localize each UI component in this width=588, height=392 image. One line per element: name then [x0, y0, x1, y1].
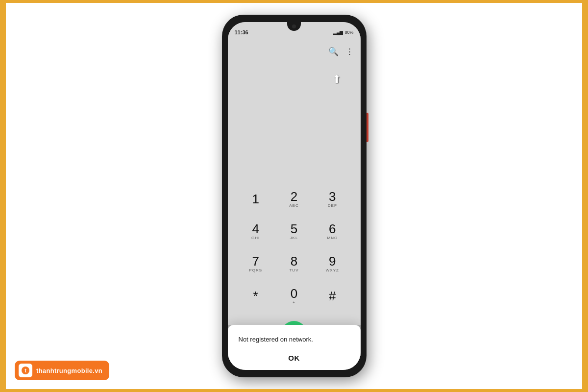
- dial-key-8[interactable]: 8TUV: [276, 248, 312, 279]
- dial-number: 5: [291, 222, 297, 235]
- dialpad-grid: 12ABC3DEF4GHI5JKL6MNO7PQRS8TUV9WXYZ*0+#: [238, 184, 351, 311]
- dialog-message: Not registered on network.: [238, 336, 351, 343]
- app-header: 🔍 ⋮: [228, 40, 361, 63]
- more-menu-icon[interactable]: ⋮: [345, 47, 354, 57]
- dial-letters: GHI: [251, 236, 260, 240]
- mouse-cursor: ⬆: [332, 73, 341, 86]
- dial-number: 6: [329, 222, 336, 235]
- cursor-area: ⬆: [228, 63, 361, 179]
- status-time: 11:36: [235, 29, 248, 35]
- dial-key-9[interactable]: 9WXYZ: [314, 248, 350, 279]
- dial-number: #: [329, 290, 336, 302]
- battery-icon: 80%: [344, 30, 353, 35]
- dial-letters: JKL: [290, 236, 298, 240]
- dial-number: 0: [291, 287, 297, 300]
- dial-number: 4: [252, 222, 259, 235]
- dial-letters: DEF: [328, 203, 337, 208]
- dial-key-0[interactable]: 0+: [276, 281, 312, 311]
- dialog-ok-button[interactable]: OK: [238, 351, 351, 364]
- page-wrapper: t thanhtrungmobile.vn 11:36 ▂▄▆ 80% 🔍 ⋮: [3, 0, 585, 392]
- dial-number: 3: [329, 190, 336, 203]
- dial-key-*[interactable]: *: [238, 281, 274, 311]
- dial-letters: +: [293, 300, 295, 305]
- dial-key-2[interactable]: 2ABC: [276, 184, 312, 214]
- dial-key-7[interactable]: 7PQRS: [238, 248, 274, 279]
- dial-key-#[interactable]: #: [314, 281, 350, 311]
- camera: [292, 24, 296, 28]
- signal-icon: ▂▄▆: [333, 30, 343, 35]
- dial-key-1[interactable]: 1: [238, 184, 274, 214]
- dial-number: 1: [252, 193, 259, 205]
- dialpad-section: 12ABC3DEF4GHI5JKL6MNO7PQRS8TUV9WXYZ*0+#: [228, 179, 361, 318]
- notch: [287, 22, 301, 31]
- dial-letters: ABC: [289, 203, 298, 208]
- phone-shell: 11:36 ▂▄▆ 80% 🔍 ⋮ ⬆ 12ABC: [222, 15, 367, 377]
- dial-number: 7: [252, 255, 259, 268]
- dial-key-5[interactable]: 5JKL: [276, 216, 312, 246]
- dial-key-3[interactable]: 3DEF: [314, 184, 350, 214]
- dial-letters: MNO: [327, 236, 338, 240]
- watermark-text: thanhtrungmobile.vn: [36, 367, 102, 374]
- search-icon[interactable]: 🔍: [328, 47, 339, 57]
- dialog-box: Not registered on network. OK: [228, 325, 361, 370]
- dial-letters: TUV: [289, 268, 298, 272]
- watermark-icon: t: [19, 364, 32, 377]
- dial-letters: PQRS: [249, 268, 262, 272]
- phone-screen: 11:36 ▂▄▆ 80% 🔍 ⋮ ⬆ 12ABC: [228, 22, 361, 370]
- status-bar: 11:36 ▂▄▆ 80%: [228, 22, 361, 40]
- svg-text:t: t: [24, 368, 26, 373]
- dial-number: 9: [329, 255, 336, 268]
- dial-key-6[interactable]: 6MNO: [314, 216, 350, 246]
- dial-number: 8: [291, 255, 297, 268]
- status-icons: ▂▄▆ 80%: [333, 30, 353, 35]
- watermark: t thanhtrungmobile.vn: [15, 361, 109, 380]
- dial-number: 2: [291, 190, 297, 203]
- dial-number: *: [253, 290, 258, 302]
- dialog-overlay: Not registered on network. OK: [228, 325, 361, 370]
- dial-letters: WXYZ: [326, 268, 339, 272]
- dial-key-4[interactable]: 4GHI: [238, 216, 274, 246]
